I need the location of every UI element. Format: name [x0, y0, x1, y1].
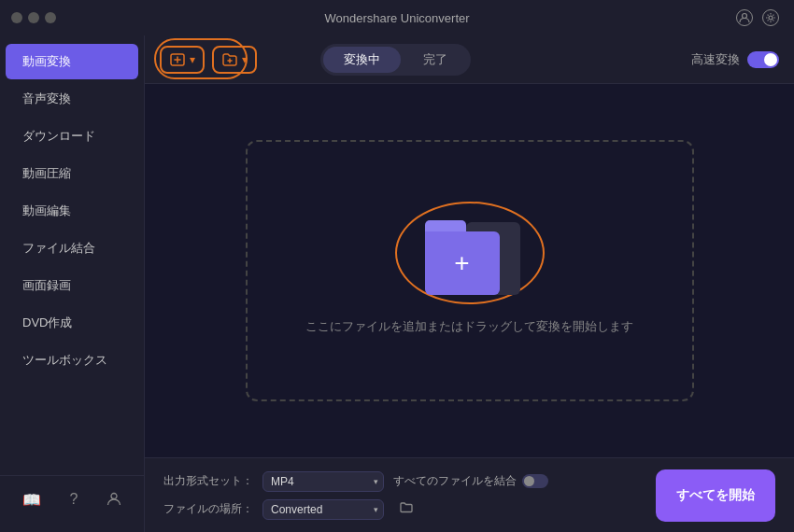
speed-label: 高速変換	[691, 51, 740, 68]
location-row: ファイルの場所： Converted ▾	[163, 499, 637, 520]
add-file-chevron: ▾	[190, 53, 195, 66]
folder-plus-icon: +	[454, 250, 469, 276]
titlebar-actions	[736, 9, 779, 26]
sidebar-item-download[interactable]: ダウンロード	[6, 119, 138, 154]
sidebar-item-audio-convert[interactable]: 音声変換	[6, 81, 138, 117]
add-folder-chevron: ▾	[242, 53, 248, 66]
merge-toggle-knob	[524, 476, 534, 486]
merge-label: すべてのファイルを結合	[393, 473, 517, 489]
minimize-dot[interactable]	[28, 12, 39, 23]
bottom-fields: 出力形式セット： MP4 MKV AVI MOV ▾ すべてのファイルを結合	[163, 471, 637, 520]
open-folder-button[interactable]	[399, 500, 414, 519]
format-label: 出力形式セット：	[163, 473, 253, 489]
toolbar-btn-group: ▾ ▾	[160, 46, 257, 74]
close-dot[interactable]	[11, 12, 22, 23]
start-all-button[interactable]: すべてを開始	[656, 469, 775, 522]
library-icon[interactable]: 📖	[19, 487, 45, 513]
sidebar-item-toolbox[interactable]: ツールボックス	[6, 343, 138, 378]
drop-zone[interactable]: + ここにファイルを追加またはドラッグして変換を開始します	[246, 140, 694, 401]
format-select[interactable]: MP4 MKV AVI MOV	[262, 471, 384, 492]
sidebar-item-video-convert[interactable]: 動画変換	[6, 44, 138, 79]
svg-point-0	[743, 14, 747, 19]
speed-toggle-switch[interactable]	[747, 51, 779, 68]
toolbar: ▾ ▾ 変換中 完了 高速変換	[145, 35, 794, 84]
sidebar-bottom: 📖 ?	[0, 475, 144, 525]
bottom-bar: 出力形式セット： MP4 MKV AVI MOV ▾ すべてのファイルを結合	[145, 457, 794, 532]
settings-icon[interactable]	[762, 9, 779, 26]
location-select[interactable]: Converted	[262, 499, 384, 520]
main-layout: 動画変換 音声変換 ダウンロード 動画圧縮 動画編集 ファイル結合 画面録画 D…	[0, 35, 794, 532]
sidebar-item-merge[interactable]: ファイル結合	[6, 231, 138, 266]
speed-toggle: 高速変換	[691, 51, 779, 68]
add-file-button[interactable]: ▾	[160, 46, 205, 74]
tab-converting[interactable]: 変換中	[323, 47, 401, 73]
account-icon[interactable]	[736, 9, 753, 26]
folder-icon: +	[423, 211, 517, 295]
svg-point-1	[769, 16, 773, 20]
drop-hint: ここにファイルを追加またはドラッグして変換を開始します	[305, 318, 633, 335]
format-select-wrap: MP4 MKV AVI MOV ▾	[262, 471, 384, 492]
tab-completed[interactable]: 完了	[403, 47, 468, 73]
sidebar-item-record[interactable]: 画面録画	[6, 268, 138, 303]
sidebar-item-edit[interactable]: 動画編集	[6, 193, 138, 229]
maximize-dot[interactable]	[45, 12, 56, 23]
app-title: Wondershare Uniconverter	[324, 11, 469, 25]
sidebar-item-compress[interactable]: 動画圧縮	[6, 156, 138, 191]
titlebar: Wondershare Uniconverter	[0, 0, 794, 35]
merge-toggle-group: すべてのファイルを結合	[393, 473, 548, 489]
sidebar-item-dvd[interactable]: DVD作成	[6, 305, 138, 341]
user-icon[interactable]	[103, 487, 125, 513]
location-select-wrap: Converted ▾	[262, 499, 384, 520]
svg-point-2	[111, 494, 117, 499]
sidebar: 動画変換 音声変換 ダウンロード 動画圧縮 動画編集 ファイル結合 画面録画 D…	[0, 35, 145, 532]
speed-toggle-knob	[764, 53, 777, 66]
content-area: ▾ ▾ 変換中 完了 高速変換	[145, 35, 794, 532]
drop-area: + ここにファイルを追加またはドラッグして変換を開始します	[145, 84, 794, 457]
tab-group: 変換中 完了	[320, 44, 471, 76]
add-folder-button[interactable]: ▾	[212, 46, 257, 74]
format-row: 出力形式セット： MP4 MKV AVI MOV ▾ すべてのファイルを結合	[163, 471, 637, 492]
help-icon[interactable]: ?	[66, 487, 82, 513]
merge-toggle-switch[interactable]	[522, 474, 548, 488]
location-label: ファイルの場所：	[163, 501, 253, 517]
window-controls	[11, 12, 56, 23]
